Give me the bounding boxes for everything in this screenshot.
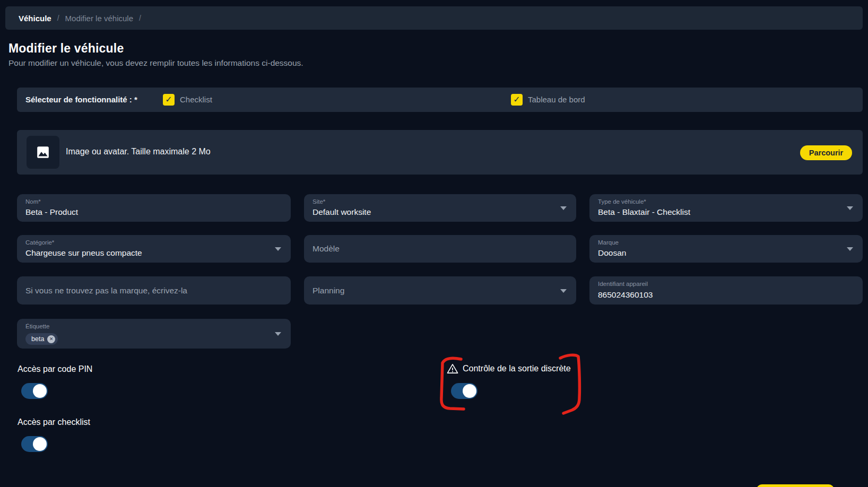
breadcrumb: Véhicule / Modifier le véhicule /	[5, 6, 863, 30]
input-marque-libre[interactable]: Si vous ne trouvez pas la marque, écrive…	[17, 276, 291, 305]
toggle-sortie-label: Contrôle de la sortie discrète	[463, 364, 571, 373]
toggle-knob	[463, 384, 476, 398]
toggle-knob	[33, 437, 47, 451]
chevron-down-icon	[847, 247, 853, 251]
page-title: Modifier le véhicule	[8, 41, 124, 56]
field-label: Type de véhicule*	[598, 198, 646, 205]
field-label: Nom*	[25, 198, 41, 205]
field-label: Étiquette	[25, 323, 49, 329]
toggle-sortie-discrete[interactable]	[451, 383, 478, 399]
chevron-down-icon	[560, 206, 567, 210]
checkbox-tableau-de-bord-label[interactable]: Tableau de bord	[528, 95, 585, 104]
field-placeholder: Planning	[313, 286, 344, 295]
checkbox-checklist-label[interactable]: Checklist	[180, 95, 212, 104]
select-categorie[interactable]: Catégorie* Chargeuse sur pneus compacte	[17, 235, 291, 263]
chevron-down-icon	[560, 289, 567, 293]
upload-hint-text: Image ou avatar. Taille maximale 2 Mo	[66, 147, 211, 156]
field-label: Site*	[313, 198, 325, 205]
breadcrumb-item-vehicule[interactable]: Véhicule	[19, 14, 51, 23]
input-nom[interactable]: Nom* Beta - Product	[17, 194, 291, 222]
checkbox-checklist[interactable]: ✓	[163, 94, 175, 106]
toggle-pin-label: Accès par code PIN	[18, 364, 92, 374]
page-subtitle: Pour modifier un véhicule, vous devez re…	[8, 58, 303, 68]
bottom-button-partial[interactable]	[757, 484, 834, 487]
field-value: Doosan	[598, 248, 626, 258]
field-label: Catégorie*	[25, 239, 54, 246]
breadcrumb-separator: /	[57, 14, 59, 22]
tag-chip-beta: beta ✕	[25, 333, 58, 345]
toggle-checklist-label: Accès par checklist	[18, 418, 90, 427]
chevron-down-icon	[275, 332, 281, 336]
browse-button-label: Parcourir	[809, 149, 843, 157]
warning-icon	[447, 363, 458, 374]
toggle-sortie-label-group: Contrôle de la sortie discrète	[447, 363, 571, 374]
checkbox-tableau-de-bord[interactable]: ✓	[511, 94, 523, 106]
feature-selector-bar: Sélecteur de fonctionnalité : * ✓ Checkl…	[17, 88, 863, 112]
field-value: 865024360103	[598, 290, 653, 300]
field-label: Identifiant appareil	[598, 281, 648, 287]
field-value: Default worksite	[313, 207, 371, 217]
check-icon: ✓	[513, 95, 520, 104]
breadcrumb-separator: /	[139, 14, 141, 22]
chevron-down-icon	[847, 206, 853, 210]
toggle-checklist[interactable]	[21, 436, 48, 452]
field-value: Beta - Blaxtair - Checklist	[598, 207, 690, 217]
select-marque[interactable]: Marque Doosan	[589, 235, 863, 263]
check-icon: ✓	[165, 95, 172, 104]
browse-button[interactable]: Parcourir	[800, 145, 852, 160]
image-icon	[36, 145, 50, 159]
field-value: Beta - Product	[25, 207, 78, 217]
field-value: Chargeuse sur pneus compacte	[25, 248, 142, 258]
field-placeholder: Si vous ne trouvez pas la marque, écrive…	[25, 286, 187, 295]
image-upload-bar: Image ou avatar. Taille maximale 2 Mo Pa…	[17, 130, 863, 175]
chevron-down-icon	[275, 247, 281, 251]
input-modele[interactable]: Modèle	[304, 235, 576, 263]
chip-remove-icon[interactable]: ✕	[47, 335, 55, 343]
select-type-vehicule[interactable]: Type de véhicule* Beta - Blaxtair - Chec…	[589, 194, 863, 222]
toggle-pin[interactable]	[21, 383, 48, 399]
toggle-knob	[33, 384, 47, 398]
select-etiquette[interactable]: Étiquette beta ✕	[17, 319, 291, 349]
feature-selector-label: Sélecteur de fonctionnalité : *	[25, 95, 137, 104]
field-label: Marque	[598, 239, 619, 246]
field-placeholder: Modèle	[313, 244, 340, 254]
image-placeholder[interactable]	[27, 136, 59, 169]
breadcrumb-item-modifier[interactable]: Modifier le véhicule	[65, 14, 133, 23]
select-planning[interactable]: Planning	[304, 276, 576, 305]
select-site[interactable]: Site* Default worksite	[304, 194, 576, 222]
input-identifiant-appareil[interactable]: Identifiant appareil 865024360103	[589, 276, 863, 305]
tag-chip-label: beta	[31, 335, 44, 343]
